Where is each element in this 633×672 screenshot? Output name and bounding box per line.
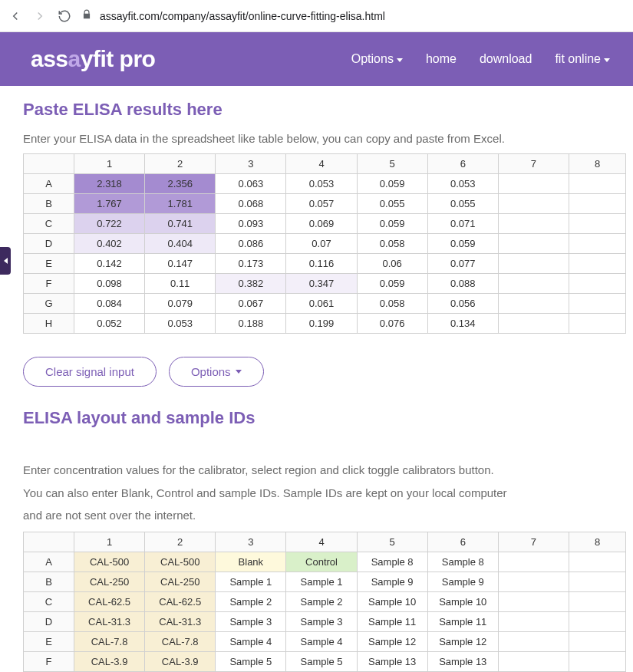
data-cell[interactable]: 0.058 bbox=[357, 293, 427, 313]
layout-cell[interactable]: Sample 4 bbox=[286, 632, 357, 652]
data-cell[interactable] bbox=[569, 213, 626, 233]
col-header[interactable]: 7 bbox=[498, 532, 569, 552]
address-bar[interactable]: assayfit.com/company/assayfit/online-cur… bbox=[81, 9, 625, 22]
layout-cell[interactable] bbox=[569, 552, 626, 572]
col-header[interactable]: 4 bbox=[286, 153, 357, 173]
layout-cell[interactable] bbox=[498, 592, 569, 612]
data-cell[interactable] bbox=[498, 173, 569, 193]
row-header[interactable]: B bbox=[24, 193, 74, 213]
layout-cell[interactable]: Sample 1 bbox=[286, 572, 357, 592]
layout-cell[interactable] bbox=[498, 612, 569, 632]
data-cell[interactable] bbox=[569, 233, 626, 253]
row-header[interactable]: D bbox=[24, 233, 74, 253]
data-cell[interactable]: 0.084 bbox=[74, 293, 145, 313]
data-cell[interactable] bbox=[569, 313, 626, 333]
data-cell[interactable]: 0.199 bbox=[286, 313, 357, 333]
row-header[interactable]: A bbox=[24, 173, 74, 193]
row-header[interactable]: A bbox=[24, 552, 74, 572]
layout-cell[interactable]: Sample 12 bbox=[357, 632, 427, 652]
layout-cell[interactable]: Sample 13 bbox=[427, 652, 498, 672]
data-cell[interactable] bbox=[498, 213, 569, 233]
row-header[interactable]: B bbox=[24, 572, 74, 592]
reload-button[interactable] bbox=[57, 8, 72, 24]
data-cell[interactable]: 1.767 bbox=[74, 193, 145, 213]
layout-cell[interactable]: CAL-500 bbox=[145, 552, 216, 572]
data-cell[interactable]: 0.056 bbox=[427, 293, 498, 313]
col-header[interactable]: 6 bbox=[427, 153, 498, 173]
data-cell[interactable] bbox=[569, 253, 626, 273]
data-cell[interactable] bbox=[498, 233, 569, 253]
side-panel-toggle[interactable] bbox=[0, 247, 11, 275]
layout-cell[interactable]: Sample 3 bbox=[286, 612, 357, 632]
col-header[interactable]: 2 bbox=[145, 532, 216, 552]
data-cell[interactable]: 0.404 bbox=[145, 233, 216, 253]
layout-cell[interactable] bbox=[498, 632, 569, 652]
layout-cell[interactable]: Sample 11 bbox=[357, 612, 427, 632]
layout-cell[interactable]: Sample 3 bbox=[216, 612, 286, 632]
layout-cell[interactable]: CAL-7.8 bbox=[74, 632, 145, 652]
layout-cell[interactable]: Sample 1 bbox=[216, 572, 286, 592]
data-cell[interactable]: 0.086 bbox=[216, 233, 286, 253]
data-cell[interactable]: 0.402 bbox=[74, 233, 145, 253]
row-header[interactable]: C bbox=[24, 213, 74, 233]
data-cell[interactable]: 0.053 bbox=[286, 173, 357, 193]
data-cell[interactable]: 0.068 bbox=[216, 193, 286, 213]
nav-download[interactable]: download bbox=[480, 52, 532, 66]
data-cell[interactable]: 0.134 bbox=[427, 313, 498, 333]
data-cell[interactable] bbox=[498, 293, 569, 313]
layout-cell[interactable]: CAL-250 bbox=[74, 572, 145, 592]
layout-cell[interactable]: Control bbox=[286, 552, 357, 572]
data-cell[interactable]: 0.067 bbox=[216, 293, 286, 313]
data-cell[interactable]: 1.781 bbox=[145, 193, 216, 213]
elisa-layout-grid[interactable]: 12345678ACAL-500CAL-500BlankControlSampl… bbox=[23, 532, 626, 672]
data-cell[interactable]: 0.098 bbox=[74, 273, 145, 293]
data-cell[interactable]: 0.347 bbox=[286, 273, 357, 293]
nav-fit-online[interactable]: fit online bbox=[555, 52, 610, 66]
row-header[interactable]: E bbox=[24, 632, 74, 652]
layout-cell[interactable] bbox=[498, 652, 569, 672]
layout-cell[interactable]: CAL-62.5 bbox=[145, 592, 216, 612]
col-header[interactable]: 7 bbox=[498, 153, 569, 173]
data-cell[interactable]: 0.077 bbox=[427, 253, 498, 273]
data-cell[interactable]: 0.147 bbox=[145, 253, 216, 273]
layout-cell[interactable]: Sample 2 bbox=[216, 592, 286, 612]
col-header[interactable]: 3 bbox=[216, 153, 286, 173]
row-header[interactable]: G bbox=[24, 293, 74, 313]
data-cell[interactable]: 0.07 bbox=[286, 233, 357, 253]
elisa-data-grid[interactable]: 12345678A2.3182.3560.0630.0530.0590.053B… bbox=[23, 153, 626, 334]
logo[interactable]: assayfit pro bbox=[31, 46, 155, 72]
data-cell[interactable]: 0.079 bbox=[145, 293, 216, 313]
forward-button[interactable] bbox=[32, 8, 48, 24]
data-cell[interactable] bbox=[498, 313, 569, 333]
data-cell[interactable]: 0.059 bbox=[357, 273, 427, 293]
data-cell[interactable] bbox=[569, 293, 626, 313]
layout-cell[interactable]: CAL-62.5 bbox=[74, 592, 145, 612]
data-cell[interactable]: 2.356 bbox=[145, 173, 216, 193]
layout-cell[interactable]: Sample 10 bbox=[357, 592, 427, 612]
data-cell[interactable]: 0.188 bbox=[216, 313, 286, 333]
data-cell[interactable]: 0.057 bbox=[286, 193, 357, 213]
layout-cell[interactable] bbox=[569, 612, 626, 632]
layout-cell[interactable] bbox=[569, 572, 626, 592]
data-cell[interactable] bbox=[569, 193, 626, 213]
layout-cell[interactable]: Sample 9 bbox=[357, 572, 427, 592]
layout-cell[interactable] bbox=[569, 592, 626, 612]
data-cell[interactable] bbox=[569, 173, 626, 193]
col-header[interactable]: 6 bbox=[427, 532, 498, 552]
data-cell[interactable]: 0.088 bbox=[427, 273, 498, 293]
col-header[interactable]: 8 bbox=[569, 532, 626, 552]
data-cell[interactable]: 0.076 bbox=[357, 313, 427, 333]
layout-cell[interactable] bbox=[569, 652, 626, 672]
col-header[interactable]: 1 bbox=[74, 532, 145, 552]
layout-cell[interactable]: CAL-250 bbox=[145, 572, 216, 592]
layout-cell[interactable]: Sample 10 bbox=[427, 592, 498, 612]
options-button[interactable]: Options bbox=[169, 357, 264, 387]
data-cell[interactable]: 0.06 bbox=[357, 253, 427, 273]
data-cell[interactable]: 0.063 bbox=[216, 173, 286, 193]
data-cell[interactable]: 0.142 bbox=[74, 253, 145, 273]
layout-cell[interactable]: Sample 8 bbox=[357, 552, 427, 572]
data-cell[interactable]: 0.116 bbox=[286, 253, 357, 273]
col-header[interactable]: 4 bbox=[286, 532, 357, 552]
data-cell[interactable] bbox=[498, 193, 569, 213]
layout-cell[interactable]: Sample 5 bbox=[286, 652, 357, 672]
